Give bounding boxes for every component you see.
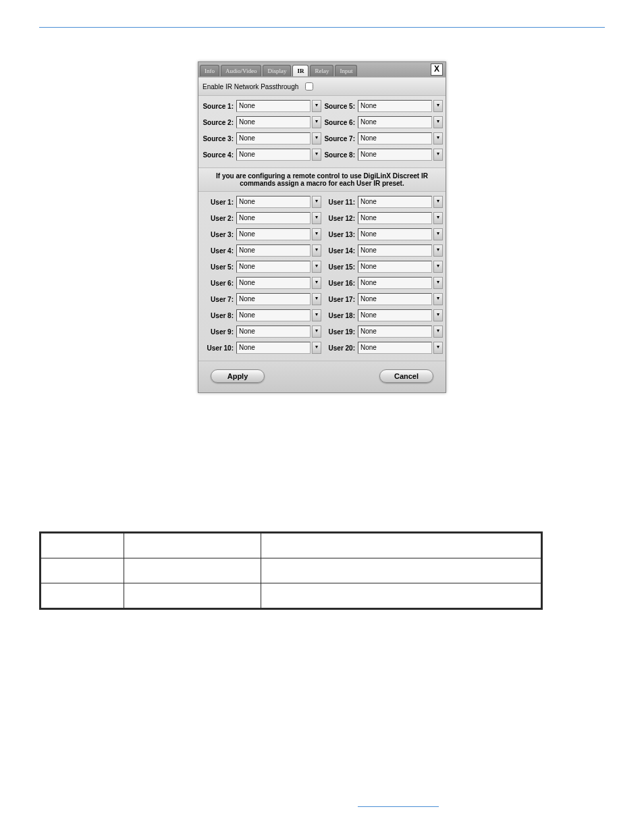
user-select[interactable]: None [236, 325, 311, 338]
user-label: User 4: [201, 247, 235, 255]
button-bar: Apply Cancel [198, 361, 446, 392]
chevron-down-icon[interactable]: ▾ [312, 100, 321, 112]
user-select[interactable]: None [358, 261, 432, 273]
source-select[interactable]: None [236, 116, 311, 128]
instruction-text: If you are configuring a remote control … [198, 167, 446, 192]
source-select[interactable]: None [358, 100, 432, 112]
user-label: User 18: [323, 312, 356, 319]
source-label: Source 7: [323, 135, 356, 142]
user-select[interactable]: None [358, 196, 432, 208]
user-label: User 15: [323, 263, 356, 271]
user-label: User 14: [323, 247, 356, 255]
user-select[interactable]: None [358, 277, 432, 289]
tab-input[interactable]: Input [335, 65, 357, 76]
user-select[interactable]: None [236, 228, 311, 240]
ir-config-panel: Info Audio/Video Display IR Relay Input … [198, 61, 446, 393]
chevron-down-icon[interactable]: ▾ [433, 261, 443, 273]
chevron-down-icon[interactable]: ▾ [312, 132, 321, 145]
chevron-down-icon[interactable]: ▾ [433, 293, 443, 305]
cancel-button[interactable]: Cancel [379, 369, 433, 383]
chevron-down-icon[interactable]: ▾ [433, 342, 443, 354]
user-label: User 12: [323, 215, 356, 222]
chevron-down-icon[interactable]: ▾ [433, 212, 443, 224]
user-label: User 5: [201, 263, 235, 271]
source-label: Source 4: [201, 151, 235, 159]
user-label: User 20: [323, 344, 356, 352]
tab-display[interactable]: Display [263, 65, 291, 76]
source-label: Source 8: [323, 151, 356, 159]
user-label: User 8: [201, 312, 235, 319]
chevron-down-icon[interactable]: ▾ [312, 293, 321, 305]
chevron-down-icon[interactable]: ▾ [312, 325, 321, 338]
user-select[interactable]: None [358, 325, 432, 338]
passthrough-label: Enable IR Network Passthrough [203, 83, 298, 90]
chevron-down-icon[interactable]: ▾ [433, 100, 443, 112]
user-select[interactable]: None [358, 342, 432, 354]
chevron-down-icon[interactable]: ▾ [433, 277, 443, 289]
tab-info[interactable]: Info [200, 65, 219, 76]
user-label: User 16: [323, 280, 356, 287]
source-select[interactable]: None [236, 100, 311, 112]
source-select[interactable]: None [236, 149, 311, 161]
users-section: User 1:None▾User 11:None▾User 2:None▾Use… [198, 192, 446, 361]
passthrough-row: Enable IR Network Passthrough [198, 77, 446, 96]
chevron-down-icon[interactable]: ▾ [312, 261, 321, 273]
source-label: Source 5: [323, 103, 356, 110]
bottom-rule [358, 806, 439, 807]
chevron-down-icon[interactable]: ▾ [433, 244, 443, 257]
chevron-down-icon[interactable]: ▾ [433, 149, 443, 161]
user-select[interactable]: None [236, 212, 311, 224]
chevron-down-icon[interactable]: ▾ [312, 309, 321, 321]
table-row [41, 533, 542, 558]
chevron-down-icon[interactable]: ▾ [312, 116, 321, 128]
tab-relay[interactable]: Relay [310, 65, 333, 76]
user-label: User 1: [201, 199, 235, 206]
user-label: User 9: [201, 328, 235, 336]
chevron-down-icon[interactable]: ▾ [433, 196, 443, 208]
user-select[interactable]: None [236, 277, 311, 289]
chevron-down-icon[interactable]: ▾ [433, 132, 443, 145]
close-button[interactable]: X [431, 63, 443, 76]
chevron-down-icon[interactable]: ▾ [312, 149, 321, 161]
user-select[interactable]: None [236, 244, 311, 257]
tab-ir[interactable]: IR [292, 65, 308, 76]
source-select[interactable]: None [358, 116, 432, 128]
user-select[interactable]: None [236, 261, 311, 273]
chevron-down-icon[interactable]: ▾ [433, 309, 443, 321]
chevron-down-icon[interactable]: ▾ [312, 228, 321, 240]
user-select[interactable]: None [358, 293, 432, 305]
user-select[interactable]: None [358, 309, 432, 321]
source-select[interactable]: None [358, 132, 432, 145]
user-select[interactable]: None [236, 293, 311, 305]
table-row [41, 583, 542, 609]
page-top-rule [39, 27, 605, 28]
user-select[interactable]: None [236, 342, 311, 354]
user-label: User 6: [201, 280, 235, 287]
chevron-down-icon[interactable]: ▾ [433, 116, 443, 128]
user-select[interactable]: None [236, 196, 311, 208]
chevron-down-icon[interactable]: ▾ [433, 228, 443, 240]
source-select[interactable]: None [236, 132, 311, 145]
source-label: Source 2: [201, 119, 235, 126]
user-select[interactable]: None [236, 309, 311, 321]
chevron-down-icon[interactable]: ▾ [312, 244, 321, 257]
lower-table [39, 531, 543, 610]
sources-section: Source 1:None▾Source 5:None▾Source 2:Non… [198, 96, 446, 167]
tab-audio-video[interactable]: Audio/Video [221, 65, 261, 76]
user-select[interactable]: None [358, 212, 432, 224]
chevron-down-icon[interactable]: ▾ [433, 325, 443, 338]
user-select[interactable]: None [358, 244, 432, 257]
chevron-down-icon[interactable]: ▾ [312, 212, 321, 224]
user-label: User 13: [323, 231, 356, 238]
chevron-down-icon[interactable]: ▾ [312, 277, 321, 289]
user-select[interactable]: None [358, 228, 432, 240]
chevron-down-icon[interactable]: ▾ [312, 342, 321, 354]
user-label: User 17: [323, 296, 356, 303]
chevron-down-icon[interactable]: ▾ [312, 196, 321, 208]
source-label: Source 3: [201, 135, 235, 142]
passthrough-checkbox[interactable] [305, 82, 313, 90]
source-select[interactable]: None [358, 149, 432, 161]
source-label: Source 6: [323, 119, 356, 126]
apply-button[interactable]: Apply [211, 369, 265, 383]
source-label: Source 1: [201, 103, 235, 110]
